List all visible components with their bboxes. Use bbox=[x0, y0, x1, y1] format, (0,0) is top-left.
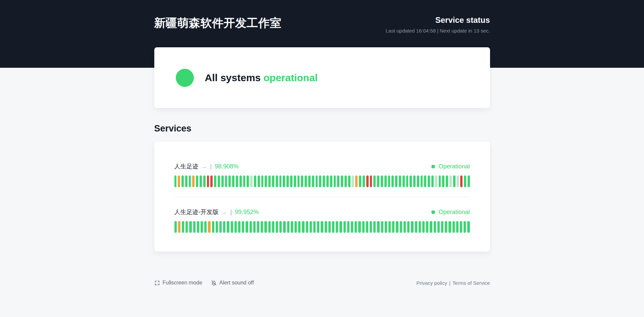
uptime-bar[interactable] bbox=[325, 221, 327, 233]
uptime-bar[interactable] bbox=[388, 175, 390, 187]
uptime-bar[interactable] bbox=[359, 175, 361, 187]
uptime-bar[interactable] bbox=[373, 175, 376, 187]
uptime-bar[interactable] bbox=[178, 175, 180, 187]
uptime-bar[interactable] bbox=[189, 221, 192, 233]
uptime-bar[interactable] bbox=[294, 221, 297, 233]
uptime-bar[interactable] bbox=[328, 221, 331, 233]
uptime-bar[interactable] bbox=[396, 221, 398, 233]
uptime-bar[interactable] bbox=[419, 221, 421, 233]
uptime-bar[interactable] bbox=[392, 221, 394, 233]
uptime-bar[interactable] bbox=[279, 175, 282, 187]
uptime-bar[interactable] bbox=[321, 221, 323, 233]
uptime-bar[interactable] bbox=[276, 175, 278, 187]
uptime-bar[interactable] bbox=[253, 221, 256, 233]
uptime-bar[interactable] bbox=[291, 221, 293, 233]
uptime-bar[interactable] bbox=[442, 175, 444, 187]
uptime-bar[interactable] bbox=[358, 221, 361, 233]
uptime-bar[interactable] bbox=[239, 175, 242, 187]
uptime-bar[interactable] bbox=[377, 175, 379, 187]
uptime-bar[interactable] bbox=[219, 221, 222, 233]
uptime-bar[interactable] bbox=[210, 175, 213, 187]
uptime-bar[interactable] bbox=[439, 175, 441, 187]
uptime-bar[interactable] bbox=[464, 175, 466, 187]
uptime-bar[interactable] bbox=[441, 221, 443, 233]
uptime-bar[interactable] bbox=[192, 175, 195, 187]
fullscreen-button[interactable]: Fullscreen mode bbox=[154, 280, 202, 286]
uptime-bar[interactable] bbox=[351, 221, 353, 233]
uptime-bar[interactable] bbox=[294, 175, 296, 187]
uptime-bar[interactable] bbox=[185, 221, 188, 233]
uptime-bar[interactable] bbox=[377, 221, 379, 233]
uptime-bar[interactable] bbox=[402, 175, 405, 187]
uptime-bar[interactable] bbox=[212, 221, 214, 233]
uptime-bar[interactable] bbox=[355, 175, 358, 187]
uptime-bar[interactable] bbox=[242, 221, 244, 233]
uptime-bar[interactable] bbox=[406, 175, 409, 187]
uptime-bar[interactable] bbox=[232, 175, 234, 187]
uptime-bar[interactable] bbox=[426, 221, 428, 233]
uptime-bar[interactable] bbox=[243, 175, 246, 187]
uptime-bar[interactable] bbox=[373, 221, 376, 233]
uptime-bar[interactable] bbox=[456, 221, 459, 233]
uptime-bar[interactable] bbox=[457, 175, 459, 187]
uptime-bar[interactable] bbox=[385, 221, 387, 233]
uptime-bar[interactable] bbox=[298, 175, 300, 187]
uptime-bar[interactable] bbox=[341, 175, 343, 187]
uptime-bar[interactable] bbox=[437, 221, 440, 233]
uptime-bar[interactable] bbox=[363, 175, 365, 187]
uptime-bar[interactable] bbox=[264, 221, 267, 233]
uptime-bar[interactable] bbox=[348, 175, 351, 187]
uptime-bar[interactable] bbox=[366, 175, 369, 187]
uptime-bar[interactable] bbox=[221, 175, 224, 187]
uptime-bar[interactable] bbox=[446, 175, 448, 187]
uptime-bar[interactable] bbox=[246, 221, 248, 233]
uptime-bar[interactable] bbox=[261, 221, 263, 233]
uptime-bar[interactable] bbox=[434, 221, 436, 233]
uptime-bar[interactable] bbox=[421, 175, 423, 187]
uptime-bar[interactable] bbox=[286, 175, 289, 187]
uptime-bar[interactable] bbox=[384, 175, 387, 187]
uptime-bar[interactable] bbox=[208, 221, 210, 233]
uptime-bar[interactable] bbox=[362, 221, 365, 233]
uptime-bar[interactable] bbox=[308, 175, 311, 187]
uptime-bar[interactable] bbox=[216, 221, 218, 233]
uptime-bar[interactable] bbox=[298, 221, 301, 233]
uptime-bar[interactable] bbox=[306, 221, 308, 233]
uptime-bar[interactable] bbox=[337, 175, 339, 187]
uptime-bar[interactable] bbox=[185, 175, 187, 187]
uptime-bar[interactable] bbox=[370, 221, 372, 233]
uptime-bar[interactable] bbox=[449, 175, 452, 187]
uptime-bar[interactable] bbox=[276, 221, 278, 233]
uptime-bar[interactable] bbox=[404, 221, 406, 233]
uptime-bar[interactable] bbox=[460, 221, 462, 233]
uptime-bar[interactable] bbox=[174, 175, 177, 187]
uptime-bar[interactable] bbox=[339, 221, 342, 233]
uptime-bar[interactable] bbox=[272, 221, 274, 233]
uptime-bar[interactable] bbox=[370, 175, 372, 187]
uptime-bar[interactable] bbox=[197, 221, 199, 233]
uptime-bar[interactable] bbox=[448, 221, 451, 233]
uptime-bar[interactable] bbox=[182, 221, 184, 233]
uptime-bar[interactable] bbox=[435, 175, 437, 187]
uptime-bar[interactable] bbox=[424, 175, 426, 187]
uptime-bar[interactable] bbox=[395, 175, 397, 187]
uptime-bar[interactable] bbox=[234, 221, 237, 233]
uptime-bar[interactable] bbox=[355, 221, 357, 233]
uptime-bar[interactable] bbox=[344, 175, 347, 187]
uptime-bar[interactable] bbox=[445, 221, 447, 233]
uptime-bar[interactable] bbox=[366, 221, 368, 233]
uptime-bar[interactable] bbox=[250, 175, 253, 187]
uptime-bar[interactable] bbox=[326, 175, 329, 187]
uptime-bar[interactable] bbox=[407, 221, 410, 233]
uptime-bar[interactable] bbox=[178, 221, 180, 233]
uptime-bar[interactable] bbox=[452, 221, 455, 233]
uptime-bar[interactable] bbox=[460, 175, 463, 187]
uptime-bar[interactable] bbox=[400, 221, 402, 233]
uptime-bar[interactable] bbox=[330, 175, 332, 187]
uptime-bar[interactable] bbox=[381, 221, 383, 233]
uptime-bar[interactable] bbox=[453, 175, 455, 187]
uptime-bar[interactable] bbox=[391, 175, 394, 187]
uptime-bar[interactable] bbox=[227, 221, 229, 233]
uptime-bar[interactable] bbox=[225, 175, 227, 187]
uptime-bar[interactable] bbox=[236, 175, 238, 187]
